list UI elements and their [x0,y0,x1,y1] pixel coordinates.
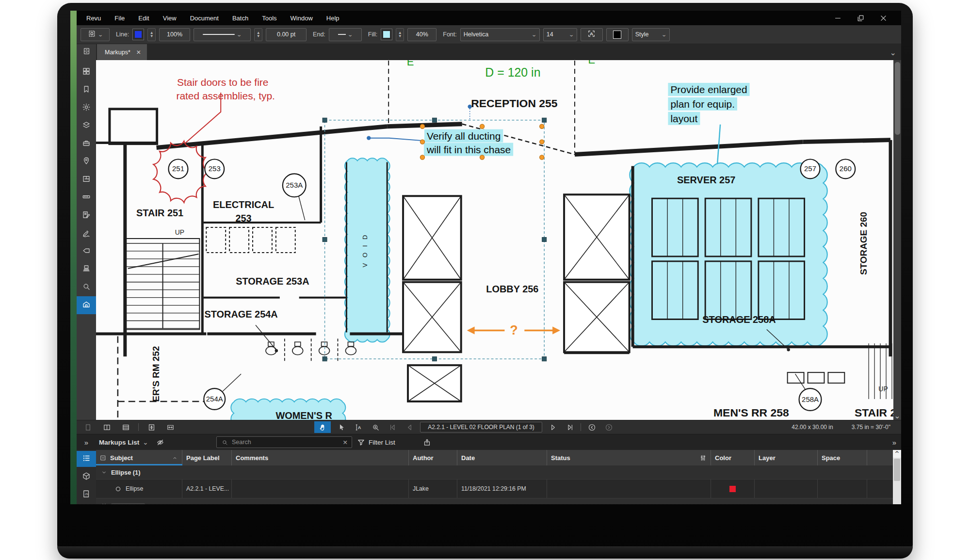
line-width-value[interactable]: 0.00 pt [266,28,307,41]
fit-width-icon[interactable] [164,421,177,433]
column-header-author[interactable]: Author [409,450,457,465]
panel-tab-markups-list[interactable] [77,451,96,467]
pan-hand-tool[interactable] [314,421,331,433]
panel-tab-js-console[interactable]: JS [77,487,96,503]
text-select-tool[interactable]: A [352,421,365,433]
floor-plan-drawing[interactable]: ?STAIR 251ELECTRICAL253STORAGE 253ASTORA… [96,60,894,420]
hide-markups-icon[interactable] [156,438,164,447]
sidebar-item-flags-tag[interactable] [77,242,96,260]
menu-item-batch[interactable]: Batch [226,12,255,24]
menu-item-file[interactable]: File [108,12,131,24]
document-tab[interactable]: Markups* ✕ [97,44,147,60]
menu-item-revu[interactable]: Revu [80,12,108,24]
panel-collapse-chevrons[interactable]: » [892,438,896,447]
textbox-resize-handle[interactable] [540,155,544,160]
collapse-all-icon[interactable] [100,455,106,461]
filter-list-button[interactable]: Filter List [357,438,395,447]
sidebar-item-search[interactable] [77,278,96,296]
menu-item-edit[interactable]: Edit [131,12,156,24]
split-horizontal-icon[interactable] [119,421,132,433]
textbox-resize-handle[interactable] [540,124,544,128]
textbox-resize-handle[interactable] [420,140,424,144]
line-end-dropdown[interactable]: ⌄ [329,28,362,41]
sidebar-item-markup-summary[interactable] [77,207,96,224]
sidebar-item-file-access-stack[interactable] [77,260,96,278]
menu-item-tools[interactable]: Tools [255,12,283,24]
group-collapse-caret-icon[interactable] [101,469,107,476]
table-scroll-up-icon[interactable]: ⌃ [893,450,901,458]
plan-label[interactable]: layout [670,113,697,124]
column-header-color[interactable]: Color [711,450,755,465]
table-scrollbar-thumb[interactable] [894,459,900,481]
group-row-ellipse[interactable]: Ellipse (1) [96,465,901,480]
line-color-swatch[interactable] [132,29,144,40]
menu-item-view[interactable]: View [156,12,183,24]
cell-color-swatch[interactable] [729,486,736,492]
document-canvas[interactable]: ?STAIR 251ELECTRICAL253STORAGE 253ASTORA… [96,60,901,420]
selection-handle[interactable] [323,238,327,242]
plan-label[interactable]: Provide enlarged [670,84,747,95]
menu-item-window[interactable]: Window [284,12,320,24]
file-access-panel-toggle[interactable] [77,44,96,60]
textbox-resize-handle[interactable] [480,124,484,128]
tab-close-icon[interactable]: ✕ [136,49,141,56]
column-header-comments[interactable]: Comments [232,450,409,465]
next-page-icon[interactable] [547,421,559,433]
font-dropdown[interactable]: Helvetica⌄ [460,28,540,41]
sidebar-item-measure-ruler[interactable] [77,189,96,207]
plan-label[interactable]: Verify all ducting [427,130,501,142]
tool-mode-dropdown[interactable]: ⌄ [81,28,110,41]
column-header-status[interactable]: Status [547,450,711,465]
plan-label[interactable]: plan for equip. [670,98,735,110]
single-page-view-icon[interactable] [81,421,94,433]
line-style-dropdown[interactable]: ⌄ [194,28,251,41]
leader-anchor-dot[interactable] [787,348,790,351]
export-summary-icon[interactable] [423,438,431,447]
first-page-icon[interactable] [386,421,399,433]
column-header-subject[interactable]: Subject [96,450,182,465]
textbox-resize-handle[interactable] [540,140,544,144]
selection-handle[interactable] [432,357,436,361]
previous-page-icon[interactable] [403,421,416,433]
table-scrollbar[interactable]: ⌃ [893,450,901,504]
page-label-box[interactable]: A2.2.1 - LEVEL 02 FLOOR PLAN (1 of 3) [420,422,542,432]
textbox-resize-handle[interactable] [420,124,424,128]
style-dropdown[interactable]: Style⌄ [632,28,670,41]
sidebar-item-tool-chest[interactable] [77,135,96,153]
select-tool[interactable] [335,421,348,433]
tab-list-chevron-icon[interactable]: ⌄ [890,48,896,57]
fill-color-swatch[interactable] [381,29,392,40]
fill-opacity-value[interactable]: 40% [407,28,436,41]
sidebar-item-studio-3d-house[interactable] [77,296,96,314]
zoom-tool[interactable] [369,421,382,433]
panel-title-caret-icon[interactable]: ⌄ [143,438,148,446]
selection-handle[interactable] [323,118,327,122]
leader-anchor-dot[interactable] [367,136,371,140]
menu-item-help[interactable]: Help [320,12,346,24]
sidebar-item-thumbnails-grid[interactable] [77,63,96,81]
text-color-button[interactable] [606,28,629,41]
line-opacity-stepper[interactable]: ▲▼ [147,28,156,41]
markup-row-ellipse[interactable]: EllipseA2.2.1 - LEVE...JLake11/18/2021 1… [96,480,901,498]
sidebar-item-spaces-pin[interactable] [77,153,96,171]
selection-handle[interactable] [542,238,547,242]
fill-opacity-stepper[interactable]: ▲▼ [396,28,404,41]
selection-handle[interactable] [432,118,436,122]
sidebar-item-signatures-pen[interactable] [77,224,96,242]
search-clear-icon[interactable]: ✕ [343,439,348,446]
markups-search-input[interactable]: Search ✕ [216,436,352,448]
auto-size-text-button[interactable]: A [581,28,603,41]
canvas-scrollbar[interactable]: ⌄ [893,60,901,420]
textbox-resize-handle[interactable] [420,155,424,160]
sidebar-item-layers[interactable] [77,117,96,135]
sidebar-item-properties-gear[interactable] [77,99,96,117]
leader-anchor-dot[interactable] [275,349,278,352]
canvas-scrollbar-thumb[interactable] [895,62,900,135]
panel-tab-3d-model[interactable] [77,469,96,485]
column-header-date[interactable]: Date [457,450,547,465]
line-opacity-value[interactable]: 100% [159,28,190,41]
selection-handle[interactable] [542,357,547,361]
fit-page-icon[interactable] [145,421,158,433]
line-width-stepper[interactable]: ▲▼ [254,28,262,41]
canvas-scroll-down-icon[interactable]: ⌄ [893,412,901,419]
